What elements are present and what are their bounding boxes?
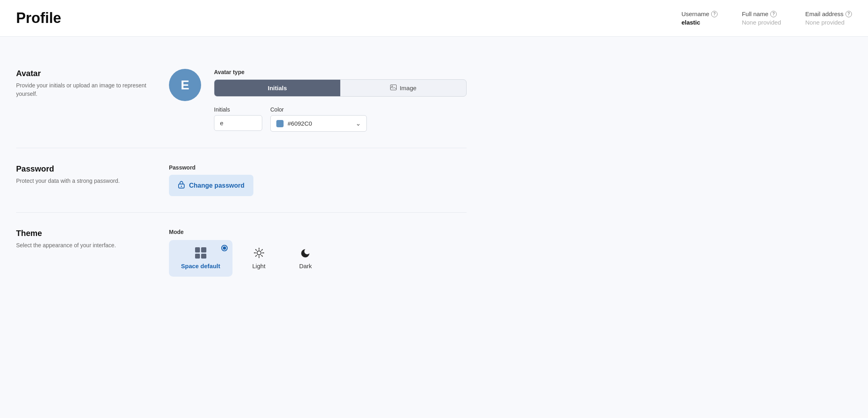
initials-label: Initials — [214, 106, 262, 113]
avatar-type-toggle: Initials Image — [214, 79, 467, 97]
svg-point-1 — [391, 86, 393, 87]
initials-field-group: Initials — [214, 106, 262, 131]
theme-options: Space default — [169, 240, 467, 277]
theme-option-dark[interactable]: Dark — [286, 240, 326, 277]
email-value: None provided — [805, 19, 852, 26]
header-meta: Username ? elastic Full name ? None prov… — [681, 10, 852, 26]
email-meta: Email address ? None provided — [805, 10, 852, 26]
radio-space-default — [221, 245, 228, 251]
color-value: #6092C0 — [288, 120, 352, 127]
avatar-controls: Avatar type Initials Image — [214, 69, 467, 132]
avatar-section-right: E Avatar type Initials — [169, 69, 467, 132]
main-content: Avatar Provide your initials or upload a… — [0, 37, 483, 309]
fullname-meta: Full name ? None provided — [742, 10, 781, 26]
avatar-section-left: Avatar Provide your initials or upload a… — [16, 69, 153, 132]
change-password-label: Change password — [189, 182, 245, 189]
username-meta: Username ? elastic — [681, 10, 718, 26]
theme-section: Theme Select the appearance of your inte… — [16, 213, 467, 293]
initials-toggle-btn[interactable]: Initials — [214, 80, 340, 96]
avatar-section-title: Avatar — [16, 69, 153, 78]
theme-name-light: Light — [252, 263, 265, 269]
email-help-icon[interactable]: ? — [845, 11, 852, 17]
avatar-fields: Initials Color #6092C0 ⌄ — [214, 106, 467, 132]
theme-option-light[interactable]: Light — [239, 240, 279, 277]
svg-point-3 — [181, 186, 182, 187]
page-title: Profile — [16, 10, 61, 27]
avatar-type-label: Avatar type — [214, 69, 467, 75]
theme-section-right: Mode Space default — [169, 229, 467, 277]
username-value: elastic — [681, 19, 718, 26]
theme-name-space-default: Space default — [181, 263, 220, 269]
password-section-title: Password — [16, 164, 153, 174]
fullname-value: None provided — [742, 19, 781, 26]
grid-icon — [195, 247, 206, 259]
mode-label: Mode — [169, 229, 467, 235]
password-section: Password Protect your data with a strong… — [16, 148, 467, 213]
svg-line-10 — [261, 255, 262, 256]
image-toggle-btn[interactable]: Image — [340, 80, 466, 96]
svg-line-9 — [255, 250, 256, 250]
avatar-area: E Avatar type Initials — [169, 69, 467, 132]
color-label: Color — [270, 106, 367, 113]
chevron-down-icon: ⌄ — [356, 120, 361, 127]
avatar-section: Avatar Provide your initials or upload a… — [16, 53, 467, 148]
svg-line-12 — [255, 255, 256, 256]
password-section-desc: Protect your data with a strong password… — [16, 177, 153, 185]
page-header: Profile Username ? elastic Full name ? N… — [0, 0, 868, 37]
initials-input[interactable] — [214, 115, 262, 131]
color-dropdown[interactable]: #6092C0 ⌄ — [270, 115, 367, 132]
moon-icon — [300, 247, 311, 259]
image-icon — [390, 85, 397, 91]
svg-line-11 — [261, 250, 262, 250]
email-label: Email address ? — [805, 10, 852, 17]
change-password-button[interactable]: Change password — [169, 175, 253, 196]
color-field-group: Color #6092C0 ⌄ — [270, 106, 367, 132]
theme-section-title: Theme — [16, 229, 153, 238]
svg-point-4 — [257, 251, 261, 255]
theme-section-left: Theme Select the appearance of your inte… — [16, 229, 153, 277]
password-section-right: Password Change password — [169, 164, 467, 196]
username-help-icon[interactable]: ? — [711, 11, 718, 17]
lock-icon — [178, 180, 185, 190]
fullname-label: Full name ? — [742, 10, 781, 17]
theme-name-dark: Dark — [299, 263, 312, 269]
password-label: Password — [169, 164, 467, 171]
theme-section-desc: Select the appearance of your interface. — [16, 241, 153, 250]
theme-option-space-default[interactable]: Space default — [169, 240, 232, 277]
password-section-left: Password Protect your data with a strong… — [16, 164, 153, 196]
username-label: Username ? — [681, 10, 718, 17]
color-swatch — [276, 120, 284, 127]
sun-icon — [253, 247, 265, 259]
fullname-help-icon[interactable]: ? — [770, 11, 777, 17]
avatar-section-desc: Provide your initials or upload an image… — [16, 81, 153, 98]
avatar: E — [169, 69, 201, 101]
